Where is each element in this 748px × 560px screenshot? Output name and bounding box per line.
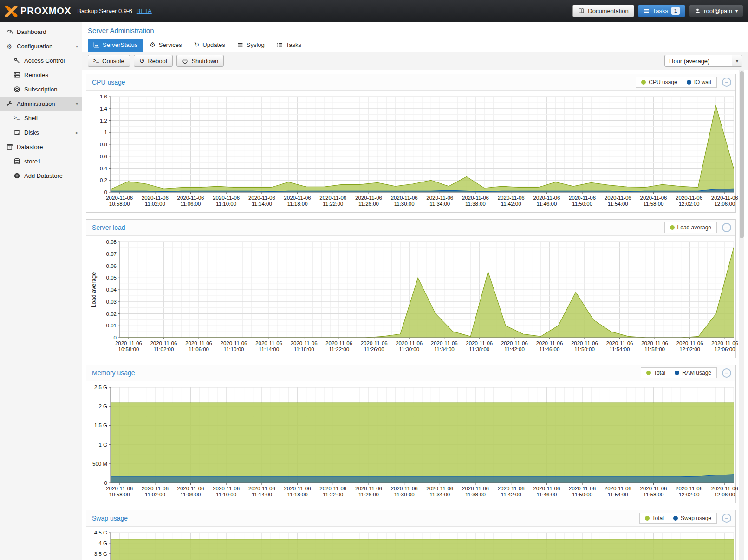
- tab-tasks[interactable]: Tasks: [271, 39, 307, 52]
- svg-text:0.01: 0.01: [106, 323, 117, 328]
- tab-label: Syslog: [247, 41, 265, 48]
- sidebar-item-label: store1: [24, 158, 41, 165]
- swap-usage-panel: Swap usage TotalSwap usage – 0500 M1 G1.…: [86, 510, 736, 560]
- svg-text:2020-11-06: 2020-11-06: [248, 486, 275, 491]
- sidebar-item-label: Datastore: [17, 143, 43, 150]
- svg-text:11:22:00: 11:22:00: [323, 201, 343, 207]
- sidebar-item-label: Remotes: [24, 72, 48, 78]
- svg-text:12:06:00: 12:06:00: [715, 346, 735, 352]
- tab-label: Updates: [202, 41, 225, 48]
- chevron-down-icon: ▾: [735, 8, 738, 13]
- sidebar-item-access-control[interactable]: Access Control: [0, 53, 82, 68]
- timeframe-select[interactable]: Hour (average) ▾: [664, 55, 742, 67]
- sidebar-item-datastore[interactable]: Datastore: [0, 140, 82, 154]
- memory-usage-chart: 0500 M1 G1.5 G2 G2.5 G2020-11-0610:58:00…: [86, 381, 735, 503]
- legend-dot-icon: [687, 80, 691, 85]
- tab-serverstatus[interactable]: ServerStatus: [88, 39, 143, 52]
- svg-text:2020-11-06: 2020-11-06: [533, 195, 560, 201]
- legend-label: Total: [654, 370, 665, 376]
- svg-text:2020-11-06: 2020-11-06: [396, 340, 423, 346]
- svg-text:2020-11-06: 2020-11-06: [284, 195, 311, 201]
- tasks-button[interactable]: Tasks 1: [638, 5, 685, 17]
- legend-item[interactable]: Swap usage: [673, 515, 711, 521]
- svg-text:0.8: 0.8: [100, 142, 107, 147]
- legend-item[interactable]: Load average: [670, 224, 711, 231]
- sidebar-item-disks[interactable]: Disks ▸: [0, 125, 82, 140]
- svg-text:11:58:00: 11:58:00: [644, 346, 665, 352]
- console-button[interactable]: >_ Console: [88, 55, 130, 67]
- timeframe-value: Hour (average): [669, 58, 709, 65]
- svg-text:11:54:00: 11:54:00: [608, 201, 628, 207]
- legend-label: CPU usage: [649, 79, 677, 85]
- sidebar-item-add-datastore[interactable]: Add Datastore: [0, 169, 82, 183]
- svg-text:2020-11-06: 2020-11-06: [115, 340, 142, 346]
- panel-title: CPU usage: [91, 78, 636, 86]
- sidebar-item-label: Add Datastore: [24, 172, 63, 179]
- cpu-usage-chart: 00.20.40.60.811.21.41.62020-11-0610:58:0…: [86, 91, 735, 212]
- chevron-down-icon[interactable]: ▾: [76, 101, 78, 106]
- documentation-label: Documentation: [588, 7, 628, 14]
- shutdown-button[interactable]: Shutdown: [176, 55, 224, 67]
- svg-text:2020-11-06: 2020-11-06: [319, 486, 346, 491]
- panel-collapse-button[interactable]: –: [722, 514, 731, 523]
- action-toolbar: >_ Console ↺ Reboot Shutdown Hour (avera…: [82, 52, 748, 70]
- svg-text:2020-11-06: 2020-11-06: [571, 340, 598, 346]
- chevron-right-icon[interactable]: ▸: [76, 130, 78, 135]
- svg-text:1.5 G: 1.5 G: [94, 423, 107, 428]
- svg-text:2020-11-06: 2020-11-06: [711, 486, 738, 491]
- list-icon: [237, 42, 243, 48]
- svg-text:2020-11-06: 2020-11-06: [213, 195, 240, 201]
- chart-legend: TotalRAM usage: [641, 367, 717, 378]
- sidebar-item-configuration[interactable]: ⚙ Configuration ▾: [0, 39, 82, 53]
- terminal-icon: >_: [13, 115, 20, 122]
- vertical-scrollbar[interactable]: [739, 70, 744, 560]
- panel-collapse-button[interactable]: –: [722, 78, 731, 87]
- legend-item[interactable]: Total: [645, 515, 664, 521]
- svg-text:2020-11-06: 2020-11-06: [355, 195, 382, 201]
- sidebar-item-shell[interactable]: >_ Shell: [0, 111, 82, 125]
- refresh-icon: ↻: [194, 41, 200, 48]
- panel-collapse-button[interactable]: –: [722, 223, 731, 232]
- chart-legend: TotalSwap usage: [639, 513, 717, 524]
- life-ring-icon: [13, 86, 20, 93]
- sidebar-item-subscription[interactable]: Subscription: [0, 82, 82, 97]
- hard-disk-icon: [13, 129, 20, 137]
- legend-dot-icon: [670, 225, 675, 230]
- svg-text:11:38:00: 11:38:00: [469, 346, 489, 352]
- server-load-chart: 00.010.020.030.040.050.060.070.082020-11…: [86, 236, 735, 358]
- reboot-button[interactable]: ↺ Reboot: [134, 55, 173, 67]
- legend-item[interactable]: RAM usage: [675, 370, 711, 376]
- wrench-icon: [6, 100, 13, 108]
- sidebar-item-store1[interactable]: store1: [0, 154, 82, 169]
- svg-text:2020-11-06: 2020-11-06: [426, 486, 453, 491]
- svg-text:11:06:00: 11:06:00: [181, 201, 201, 207]
- svg-text:0.07: 0.07: [106, 251, 117, 257]
- legend-item[interactable]: Total: [646, 370, 665, 376]
- chevron-down-icon[interactable]: ▾: [76, 44, 78, 49]
- sidebar-item-administration[interactable]: Administration ▾: [0, 97, 82, 111]
- scrollbar-thumb[interactable]: [740, 71, 744, 238]
- tab-updates[interactable]: ↻ Updates: [189, 38, 231, 52]
- svg-text:11:30:00: 11:30:00: [399, 346, 419, 352]
- tab-syslog[interactable]: Syslog: [232, 39, 270, 52]
- sidebar-item-label: Subscription: [24, 86, 58, 93]
- legend-item[interactable]: CPU usage: [641, 79, 677, 85]
- panel-collapse-button[interactable]: –: [722, 368, 731, 378]
- legend-dot-icon: [646, 371, 651, 375]
- beta-link[interactable]: BETA: [137, 7, 152, 14]
- tab-services[interactable]: ⚙ Services: [144, 38, 187, 52]
- svg-text:4 G: 4 G: [98, 540, 107, 546]
- svg-text:2020-11-06: 2020-11-06: [248, 195, 275, 201]
- documentation-button[interactable]: Documentation: [572, 5, 634, 17]
- user-label: root@pam: [704, 7, 732, 14]
- legend-item[interactable]: IO wait: [687, 79, 711, 85]
- sidebar-item-label: Access Control: [24, 57, 65, 64]
- svg-text:2020-11-06: 2020-11-06: [177, 486, 204, 491]
- user-menu-button[interactable]: root@pam ▾: [689, 5, 743, 17]
- svg-text:11:22:00: 11:22:00: [329, 346, 349, 352]
- sidebar-item-remotes[interactable]: Remotes: [0, 68, 82, 82]
- sidebar-item-dashboard[interactable]: Dashboard: [0, 25, 82, 39]
- svg-text:2020-11-06: 2020-11-06: [640, 486, 667, 491]
- svg-text:2020-11-06: 2020-11-06: [185, 340, 212, 346]
- svg-text:3.5 G: 3.5 G: [94, 551, 107, 557]
